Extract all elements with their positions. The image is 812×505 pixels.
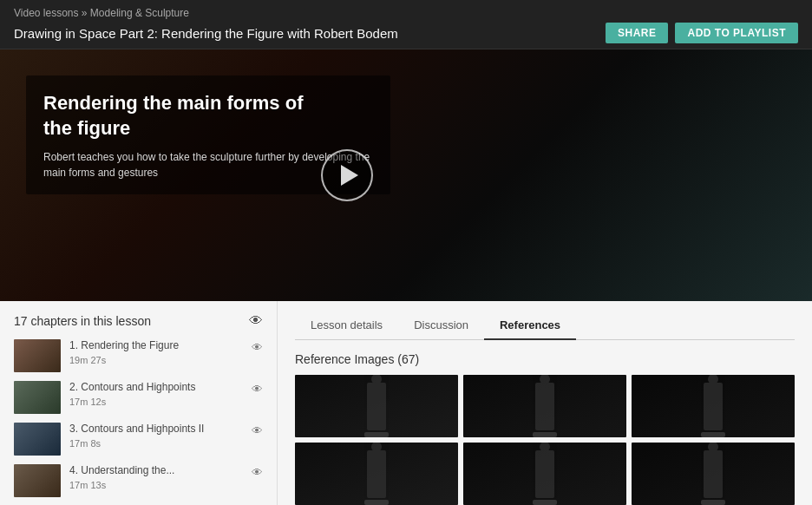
chapter-name[interactable]: 3. Contours and Highpoints II (69, 423, 243, 436)
video-title: Rendering the main forms of the figure (43, 91, 373, 141)
sidebar-header: 17 chapters in this lesson 👁 (14, 313, 263, 329)
chapter-eye-icon[interactable]: 👁 (252, 341, 263, 354)
chapter-duration: 17m 13s (69, 480, 243, 490)
chapter-thumbnail (14, 339, 61, 372)
visibility-toggle-icon[interactable]: 👁 (249, 313, 263, 329)
figure-silhouette-icon (367, 383, 386, 430)
chapter-name[interactable]: 1. Rendering the Figure (69, 339, 243, 353)
main-content: Lesson details Discussion References Ref… (278, 301, 812, 505)
page-title: Drawing in Space Part 2: Rendering the F… (14, 26, 398, 41)
figure-silhouette-icon (367, 450, 386, 498)
chapter-thumbnail (14, 464, 61, 497)
chapter-eye-icon[interactable]: 👁 (252, 424, 263, 437)
breadcrumb-sep: » (82, 7, 90, 19)
figure-silhouette-icon (704, 450, 723, 498)
video-container: Rendering the main forms of the figure R… (0, 49, 812, 301)
chapter-duration: 17m 12s (69, 397, 243, 407)
chapter-name[interactable]: 2. Contours and Highpoints (69, 381, 243, 395)
chapter-duration: 17m 8s (69, 438, 243, 449)
reference-image[interactable] (632, 443, 795, 505)
chapter-name[interactable]: 4. Understanding the... (69, 464, 243, 478)
figure-silhouette-icon (535, 450, 554, 498)
tabs: Lesson details Discussion References (295, 313, 795, 340)
reference-images-grid (295, 375, 795, 505)
list-item: 3. Contours and Highpoints II 17m 8s 👁 (14, 423, 263, 456)
add-to-playlist-button[interactable]: ADD TO PLAYLIST (675, 23, 798, 43)
chapter-info: 2. Contours and Highpoints 17m 12s (69, 381, 243, 407)
list-item: 1. Rendering the Figure 19m 27s 👁 (14, 339, 263, 372)
chapter-thumbnail (14, 381, 61, 414)
reference-image[interactable] (463, 375, 626, 437)
sidebar-title: 17 chapters in this lesson (14, 314, 151, 328)
chapter-duration: 19m 27s (69, 355, 243, 365)
breadcrumb-video-lessons[interactable]: Video lessons (14, 7, 79, 19)
reference-image[interactable] (463, 443, 626, 505)
share-button[interactable]: SHARE (606, 23, 669, 43)
header-row: Drawing in Space Part 2: Rendering the F… (14, 23, 798, 43)
header: Video lessons » Modeling & Sculpture Dra… (0, 0, 812, 49)
references-heading: Reference Images (67) (295, 352, 795, 366)
tab-discussion[interactable]: Discussion (398, 313, 484, 340)
reference-image[interactable] (295, 443, 458, 505)
chapter-info: 4. Understanding the... 17m 13s (69, 464, 243, 490)
tab-lesson-details[interactable]: Lesson details (295, 313, 398, 340)
sidebar: 17 chapters in this lesson 👁 1. Renderin… (0, 301, 278, 505)
play-button-wrapper[interactable] (321, 149, 373, 201)
header-buttons: SHARE ADD TO PLAYLIST (606, 23, 798, 43)
chapter-thumbnail (14, 423, 61, 456)
chapter-info: 1. Rendering the Figure 19m 27s (69, 339, 243, 365)
breadcrumb-category: Modeling & Sculpture (90, 7, 189, 19)
list-item: 2. Contours and Highpoints 17m 12s 👁 (14, 381, 263, 414)
figure-silhouette-icon (704, 383, 723, 430)
tab-references[interactable]: References (484, 313, 576, 340)
play-button[interactable] (321, 149, 373, 201)
chapter-info: 3. Contours and Highpoints II 17m 8s (69, 423, 243, 449)
chapter-eye-icon[interactable]: 👁 (252, 466, 263, 479)
reference-image[interactable] (295, 375, 458, 437)
breadcrumb: Video lessons » Modeling & Sculpture (14, 7, 798, 19)
reference-image[interactable] (632, 375, 795, 437)
figure-silhouette-icon (535, 383, 554, 430)
chapter-eye-icon[interactable]: 👁 (252, 383, 263, 396)
bottom-section: 17 chapters in this lesson 👁 1. Renderin… (0, 301, 812, 505)
list-item: 4. Understanding the... 17m 13s 👁 (14, 464, 263, 497)
